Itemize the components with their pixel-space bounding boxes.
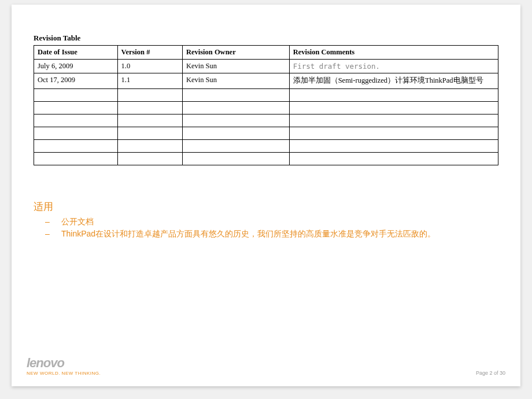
revision-table-title: Revision Table: [34, 34, 498, 43]
bullet-dash-icon: –: [45, 216, 50, 228]
list-item: – ThinkPad在设计和打造卓越产品方面具有悠久的历史，我们所坚持的高质量水…: [34, 228, 498, 240]
footer-logo-block: lenovo NEW WORLD. NEW THINKING.: [27, 357, 101, 376]
revision-table: Date of Issue Version # Revision Owner R…: [34, 45, 498, 165]
cell-owner: Kevin Sun: [182, 73, 289, 89]
section-heading: 适用: [34, 200, 498, 213]
cell-comments: First draft version.: [289, 60, 498, 73]
col-header-version: Version #: [117, 46, 182, 60]
table-row-empty: [34, 152, 498, 165]
col-header-date: Date of Issue: [34, 46, 118, 60]
list-item-text: 公开文档: [61, 217, 94, 226]
table-row: July 6, 2009 1.0 Kevin Sun First draft v…: [34, 60, 498, 73]
list-item: – 公开文档: [34, 216, 498, 228]
logo-tagline: NEW WORLD. NEW THINKING.: [27, 371, 101, 376]
page-number: Page 2 of 30: [476, 370, 505, 376]
bullet-list: – 公开文档 – ThinkPad在设计和打造卓越产品方面具有悠久的历史，我们所…: [34, 216, 498, 240]
table-header-row: Date of Issue Version # Revision Owner R…: [34, 46, 498, 60]
bullet-dash-icon: –: [45, 228, 50, 240]
document-page: Revision Table Date of Issue Version # R…: [12, 5, 520, 386]
col-header-comments: Revision Comments: [289, 46, 498, 60]
list-item-text: ThinkPad在设计和打造卓越产品方面具有悠久的历史，我们所坚持的高质量水准是…: [61, 228, 498, 240]
table-row-empty: [34, 88, 498, 101]
col-header-owner: Revision Owner: [182, 46, 289, 60]
lenovo-logo: lenovo: [27, 357, 101, 370]
cell-date: July 6, 2009: [34, 60, 118, 73]
table-row-empty: [34, 139, 498, 152]
cell-date: Oct 17, 2009: [34, 73, 118, 89]
table-row-empty: [34, 101, 498, 114]
table-row-empty: [34, 127, 498, 139]
table-row: Oct 17, 2009 1.1 Kevin Sun 添加半加固（Semi-ru…: [34, 73, 498, 89]
table-row-empty: [34, 114, 498, 127]
cell-owner: Kevin Sun: [182, 60, 289, 73]
cell-comments: 添加半加固（Semi-ruggedized）计算环境ThinkPad电脑型号: [289, 73, 498, 89]
cell-version: 1.1: [117, 73, 182, 89]
cell-version: 1.0: [117, 60, 182, 73]
